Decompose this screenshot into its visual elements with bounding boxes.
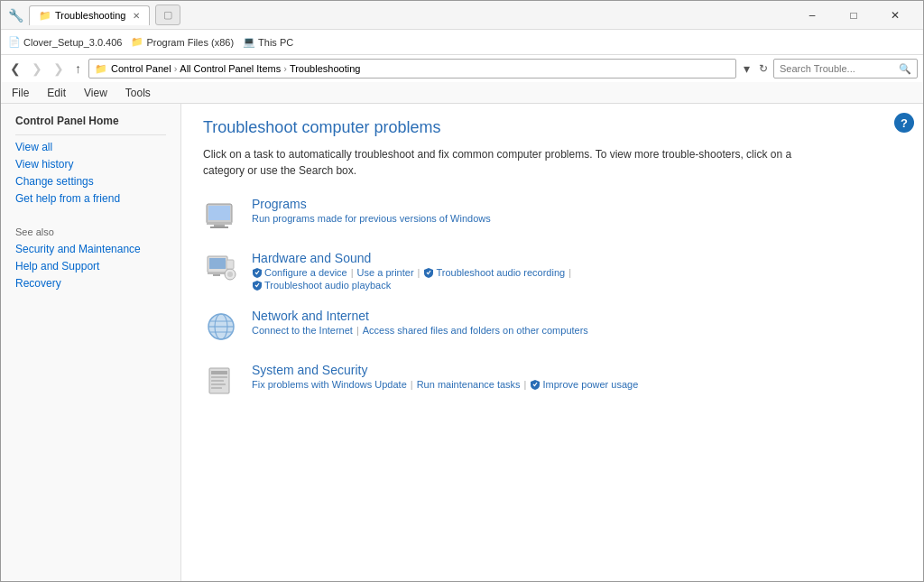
breadcrumb-part2: All Control Panel Items xyxy=(180,63,281,74)
hardware-link-1[interactable]: Use a printer xyxy=(357,267,414,278)
hardware-icon xyxy=(203,251,239,287)
tab-icon: 📁 xyxy=(39,10,51,22)
back-button[interactable]: ❮ xyxy=(6,60,24,78)
category-list: Programs Run programs made for previous … xyxy=(203,197,901,399)
svg-rect-22 xyxy=(211,387,222,389)
network-links: Connect to the Internet | Access shared … xyxy=(252,325,901,336)
breadcrumb-part1: Control Panel xyxy=(111,63,171,74)
svg-rect-19 xyxy=(211,376,227,378)
svg-rect-6 xyxy=(209,258,226,269)
menu-view[interactable]: View xyxy=(79,85,113,101)
network-link-1[interactable]: Access shared files and folders on other… xyxy=(363,325,588,336)
system-security-name[interactable]: System and Security xyxy=(252,363,901,377)
nav-bar: ❮ ❯ ❯ ↑ 📁 Control Panel › All Control Pa… xyxy=(1,55,923,82)
sidebar-link-viewhistory[interactable]: View history xyxy=(15,158,166,171)
computer-icon: 💻 xyxy=(243,36,255,48)
hardware-content: Hardware and Sound Configure a device | … xyxy=(252,251,901,291)
sep1: | xyxy=(351,267,354,278)
page-title[interactable]: Troubleshoot computer problems xyxy=(203,118,901,137)
bookmark-thispc[interactable]: 💻 This PC xyxy=(243,36,293,48)
sidebar-link-recovery[interactable]: Recovery xyxy=(15,277,166,290)
refresh-button[interactable]: ↻ xyxy=(757,60,770,77)
window: 🔧 📁 Troubleshooting ✕ ▢ – □ ✕ 📄 Clover_S… xyxy=(0,0,924,582)
sidebar-title: Control Panel Home xyxy=(15,115,166,127)
hardware-name[interactable]: Hardware and Sound xyxy=(252,251,901,265)
svg-rect-2 xyxy=(207,222,232,225)
hardware-links: Configure a device | Use a printer | Tro… xyxy=(252,267,901,278)
active-tab[interactable]: 📁 Troubleshooting ✕ xyxy=(29,5,150,25)
network-link-0[interactable]: Connect to the Internet xyxy=(252,325,353,336)
bookmark-programfiles[interactable]: 📁 Program Files (x86) xyxy=(131,36,234,48)
hardware-link-3-text: Troubleshoot audio playback xyxy=(264,280,391,291)
security-link-2-text: Improve power usage xyxy=(542,379,638,390)
category-network: Network and Internet Connect to the Inte… xyxy=(203,309,901,345)
folder-icon: 📁 xyxy=(131,36,143,48)
system-security-icon xyxy=(203,363,239,399)
sidebar-link-gethelp[interactable]: Get help from a friend xyxy=(15,192,166,205)
content-area: Control Panel Home View all View history… xyxy=(1,104,923,581)
bookmark-clover[interactable]: 📄 Clover_Setup_3.0.406 xyxy=(8,36,122,48)
breadcrumb-icon: 📁 xyxy=(95,63,107,75)
up-button[interactable]: ↑ xyxy=(71,60,85,78)
page-description: Click on a task to automatically trouble… xyxy=(203,146,901,179)
svg-point-10 xyxy=(227,272,233,277)
menu-edit[interactable]: Edit xyxy=(42,85,71,101)
sidebar-link-viewall[interactable]: View all xyxy=(15,141,166,153)
svg-rect-8 xyxy=(213,274,220,276)
sep6: | xyxy=(524,379,527,390)
bookmark-label: Program Files (x86) xyxy=(146,37,234,48)
search-bar[interactable]: 🔍 xyxy=(773,59,918,79)
system-security-links: Fix problems with Windows Update | Run m… xyxy=(252,379,901,390)
hardware-link-3[interactable]: Troubleshoot audio playback xyxy=(252,280,391,291)
breadcrumb-arrow2: › xyxy=(283,63,287,74)
svg-rect-4 xyxy=(210,226,228,228)
svg-rect-20 xyxy=(211,380,224,382)
programs-link-0[interactable]: Run programs made for previous versions … xyxy=(252,213,491,224)
page-desc-text2: category or use the Search box. xyxy=(203,164,356,177)
tab-close-button[interactable]: ✕ xyxy=(133,11,140,21)
minimize-button[interactable]: – xyxy=(791,3,833,28)
sidebar: Control Panel Home View all View history… xyxy=(1,104,181,581)
sidebar-link-security-maintenance[interactable]: Security and Maintenance xyxy=(15,243,166,255)
programs-name[interactable]: Programs xyxy=(252,197,901,211)
svg-rect-11 xyxy=(226,260,234,269)
sidebar-see-also: See also Security and Maintenance Help a… xyxy=(15,226,166,290)
sidebar-divider xyxy=(15,134,166,135)
network-name[interactable]: Network and Internet xyxy=(252,309,901,323)
breadcrumb-arrow1: › xyxy=(174,63,178,74)
network-icon xyxy=(203,309,239,345)
hardware-link-0-text: Configure a device xyxy=(264,267,347,278)
help-button[interactable]: ? xyxy=(894,113,914,133)
title-bar: 🔧 📁 Troubleshooting ✕ ▢ – □ ✕ xyxy=(1,1,923,30)
menu-tools[interactable]: Tools xyxy=(120,85,156,101)
close-button[interactable]: ✕ xyxy=(874,3,916,28)
category-system-security: System and Security Fix problems with Wi… xyxy=(203,363,901,399)
security-link-1[interactable]: Run maintenance tasks xyxy=(417,379,521,390)
breadcrumb-part3: Troubleshooting xyxy=(290,63,360,74)
sep3: | xyxy=(568,267,571,278)
hardware-link-2[interactable]: Troubleshoot audio recording xyxy=(423,267,565,278)
maximize-button[interactable]: □ xyxy=(833,3,874,28)
sidebar-link-help-support[interactable]: Help and Support xyxy=(15,260,166,273)
menu-file[interactable]: File xyxy=(6,85,34,101)
address-bar[interactable]: 📁 Control Panel › All Control Panel Item… xyxy=(88,59,736,79)
bookmark-label: Clover_Setup_3.0.406 xyxy=(23,37,122,48)
forward-button[interactable]: ❯ xyxy=(28,60,46,78)
sep4: | xyxy=(356,325,359,336)
svg-rect-21 xyxy=(211,383,226,385)
app-icon: 🔧 xyxy=(8,8,23,23)
forward-button2[interactable]: ❯ xyxy=(50,60,68,78)
address-dropdown-button[interactable]: ▾ xyxy=(740,60,753,78)
sidebar-link-changesettings[interactable]: Change settings xyxy=(15,175,166,188)
programs-icon xyxy=(203,197,239,233)
hardware-link-0[interactable]: Configure a device xyxy=(252,267,347,278)
security-link-0[interactable]: Fix problems with Windows Update xyxy=(252,379,407,390)
hardware-links2: Troubleshoot audio playback xyxy=(252,280,901,291)
new-tab-button[interactable]: ▢ xyxy=(155,5,180,25)
page-desc-text1: Click on a task to automatically trouble… xyxy=(203,148,791,161)
security-link-2[interactable]: Improve power usage xyxy=(530,379,638,390)
hardware-link-2-text: Troubleshoot audio recording xyxy=(436,267,565,278)
category-programs: Programs Run programs made for previous … xyxy=(203,197,901,233)
search-input[interactable] xyxy=(780,63,899,74)
system-security-content: System and Security Fix problems with Wi… xyxy=(252,363,901,390)
